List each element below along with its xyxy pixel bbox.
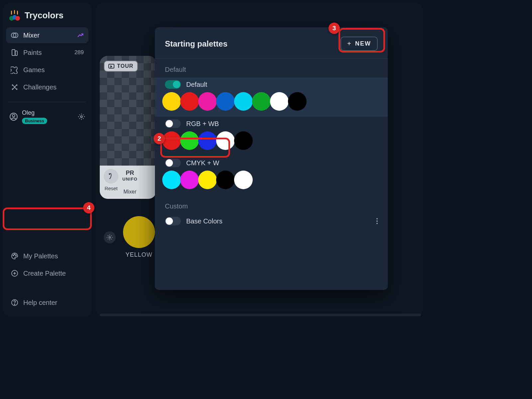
reset-label: Reset [104, 186, 117, 191]
svg-rect-3 [11, 11, 12, 15]
nav-paints[interactable]: Paints 289 [6, 45, 88, 61]
toggle-base[interactable] [165, 217, 181, 225]
trend-icon [77, 32, 84, 39]
marker-2: 2 [154, 133, 165, 144]
swatch-settings-button[interactable] [104, 231, 116, 243]
svg-point-2 [15, 16, 20, 21]
marker-3: 3 [329, 23, 340, 34]
reset-button[interactable]: Reset [104, 169, 118, 191]
section-custom: Custom [155, 195, 388, 214]
challenges-icon [11, 83, 19, 91]
card-title: PR [126, 170, 134, 177]
starting-palettes-modal: Starting palettes + NEW Default Default [155, 27, 388, 290]
marker-4: 4 [83, 202, 94, 213]
user-name: Oleg [22, 109, 74, 116]
sidebar: Trycolors Mixer Paints 289 Games Challen… [3, 3, 92, 317]
toggle-cmykw[interactable] [165, 159, 181, 167]
svg-rect-4 [14, 10, 15, 14]
user-badge: Business [22, 118, 47, 124]
settings-icon[interactable] [78, 113, 85, 120]
palette-base-colors[interactable]: Base Colors [155, 214, 388, 235]
help-icon [11, 299, 19, 307]
plus-icon: + [347, 40, 352, 48]
user-row[interactable]: Oleg Business [6, 107, 88, 126]
svg-point-14 [14, 254, 15, 255]
palette-rgbwb[interactable]: RGB + WB [155, 117, 388, 156]
svg-rect-5 [17, 11, 18, 15]
games-icon [11, 66, 19, 74]
svg-point-19 [109, 236, 111, 238]
swatch-yellow[interactable]: YELLOW [123, 216, 155, 258]
more-button[interactable] [376, 218, 378, 224]
swatch-ball [123, 216, 155, 248]
play-icon [108, 64, 114, 68]
tour-button[interactable]: TOUR [104, 61, 138, 72]
logo-icon [9, 9, 21, 21]
nav-games[interactable]: Games [6, 62, 88, 78]
svg-point-15 [16, 255, 16, 256]
nav-challenges[interactable]: Challenges [6, 79, 88, 95]
nav-label: Paints [23, 49, 70, 57]
modal-body[interactable]: Default Default RGB + WB [155, 59, 388, 290]
nav-label: Games [23, 66, 84, 74]
nav-label: Challenges [23, 83, 84, 91]
section-default: Default [155, 59, 388, 77]
svg-rect-8 [12, 50, 15, 56]
svg-rect-9 [15, 51, 17, 56]
mixer-icon [11, 31, 19, 39]
svg-point-18 [14, 304, 15, 305]
logo[interactable]: Trycolors [6, 7, 88, 27]
modal-title: Starting palettes [165, 39, 227, 49]
nav-label: Help center [23, 299, 84, 307]
swatch-name: YELLOW [125, 251, 152, 258]
palette-colors [163, 171, 378, 189]
svg-point-13 [13, 255, 14, 256]
nav-label: Create Palette [23, 270, 84, 277]
plus-circle-icon [11, 269, 19, 277]
toggle-rgbwb[interactable] [165, 119, 181, 128]
palette-icon [11, 252, 19, 260]
palette-name: RGB + WB [186, 120, 219, 128]
new-palette-button[interactable]: + NEW [340, 37, 378, 51]
nav-mixer[interactable]: Mixer [6, 27, 88, 43]
card-subtitle: UNIFO [122, 177, 137, 182]
palette-colors [163, 131, 378, 150]
app-title: Trycolors [25, 10, 64, 21]
svg-point-12 [80, 116, 82, 118]
new-label: NEW [355, 40, 371, 47]
swatch-row: YELLOW [104, 216, 155, 258]
nav-create-palette[interactable]: Create Palette [6, 265, 88, 281]
paints-icon [11, 49, 19, 57]
bottom-scrollbar[interactable] [100, 314, 421, 316]
svg-point-11 [12, 114, 15, 117]
palette-name: Base Colors [186, 217, 222, 225]
toggle-default[interactable] [165, 80, 181, 89]
nav-help[interactable]: Help center [6, 295, 88, 311]
nav-my-palettes[interactable]: My Palettes [6, 248, 88, 264]
divider [8, 102, 86, 102]
nav-label: My Palettes [23, 252, 84, 260]
user-icon [9, 112, 18, 121]
mixer-label: Mixer [123, 189, 136, 195]
palette-name: Default [186, 81, 207, 88]
tour-label: TOUR [117, 63, 133, 69]
nav-label: Mixer [23, 32, 72, 39]
paints-count: 289 [74, 49, 84, 56]
palette-cmykw[interactable]: CMYK + W [155, 156, 388, 195]
preview-card: TOUR Reset PR UNIFO Mixer [100, 56, 156, 199]
palette-default[interactable]: Default [155, 77, 388, 117]
modal-header: Starting palettes + NEW [155, 27, 388, 59]
palette-name: CMYK + W [186, 159, 219, 167]
palette-colors [163, 92, 378, 111]
card-toolbar: Reset PR UNIFO Mixer [100, 166, 156, 199]
